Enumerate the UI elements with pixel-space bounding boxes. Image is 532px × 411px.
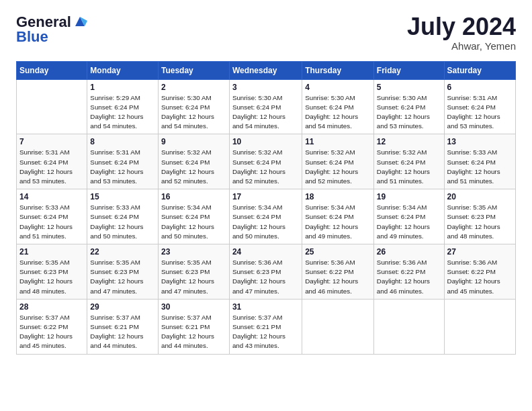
day-cell: 30Sunrise: 5:37 AM Sunset: 6:21 PM Dayli… [158,299,229,354]
day-number: 14 [19,192,84,201]
day-cell: 9Sunrise: 5:32 AM Sunset: 6:24 PM Daylig… [158,134,229,189]
week-row-1: 1Sunrise: 5:29 AM Sunset: 6:24 PM Daylig… [17,79,516,134]
logo-icon [73,14,87,29]
day-number: 29 [90,302,155,312]
day-info: Sunrise: 5:36 AM Sunset: 6:23 PM Dayligh… [232,258,299,296]
day-info: Sunrise: 5:33 AM Sunset: 6:24 PM Dayligh… [19,203,84,241]
day-cell: 13Sunrise: 5:33 AM Sunset: 6:24 PM Dayli… [444,134,515,189]
week-row-4: 21Sunrise: 5:35 AM Sunset: 6:23 PM Dayli… [17,244,516,300]
day-info: Sunrise: 5:30 AM Sunset: 6:24 PM Dayligh… [305,93,371,132]
day-cell: 12Sunrise: 5:32 AM Sunset: 6:24 PM Dayli… [373,134,444,189]
day-cell: 11Sunrise: 5:32 AM Sunset: 6:24 PM Dayli… [302,134,374,189]
col-header-thursday: Thursday [302,61,374,79]
day-cell: 27Sunrise: 5:36 AM Sunset: 6:22 PM Dayli… [444,244,515,300]
day-cell: 29Sunrise: 5:37 AM Sunset: 6:21 PM Dayli… [87,299,159,354]
day-cell: 17Sunrise: 5:34 AM Sunset: 6:24 PM Dayli… [229,189,302,244]
calendar-header-row: SundayMondayTuesdayWednesdayThursdayFrid… [17,61,516,79]
day-info: Sunrise: 5:37 AM Sunset: 6:21 PM Dayligh… [232,313,299,351]
day-info: Sunrise: 5:34 AM Sunset: 6:24 PM Dayligh… [161,203,226,241]
day-info: Sunrise: 5:32 AM Sunset: 6:24 PM Dayligh… [232,148,299,186]
day-info: Sunrise: 5:30 AM Sunset: 6:24 PM Dayligh… [232,93,299,132]
day-info: Sunrise: 5:37 AM Sunset: 6:22 PM Dayligh… [19,313,84,351]
day-cell: 1Sunrise: 5:29 AM Sunset: 6:24 PM Daylig… [87,79,159,134]
day-info: Sunrise: 5:32 AM Sunset: 6:24 PM Dayligh… [161,148,226,186]
title-block: July 2024 Ahwar, Yemen [407,13,516,52]
day-cell [302,299,374,354]
day-number: 19 [377,192,441,201]
day-info: Sunrise: 5:33 AM Sunset: 6:24 PM Dayligh… [90,203,155,241]
day-number: 11 [305,137,371,146]
day-number: 27 [447,247,513,257]
day-cell: 20Sunrise: 5:35 AM Sunset: 6:23 PM Dayli… [444,189,515,244]
week-row-2: 7Sunrise: 5:31 AM Sunset: 6:24 PM Daylig… [17,134,516,189]
day-info: Sunrise: 5:36 AM Sunset: 6:22 PM Dayligh… [447,258,513,296]
day-info: Sunrise: 5:37 AM Sunset: 6:21 PM Dayligh… [90,313,155,351]
day-info: Sunrise: 5:36 AM Sunset: 6:22 PM Dayligh… [305,258,371,296]
day-info: Sunrise: 5:36 AM Sunset: 6:22 PM Dayligh… [377,258,441,296]
day-cell: 26Sunrise: 5:36 AM Sunset: 6:22 PM Dayli… [373,244,444,300]
day-info: Sunrise: 5:31 AM Sunset: 6:24 PM Dayligh… [90,148,155,186]
col-header-tuesday: Tuesday [158,61,229,79]
day-number: 4 [305,83,371,92]
day-number: 22 [90,247,155,257]
day-number: 5 [377,83,441,92]
week-row-3: 14Sunrise: 5:33 AM Sunset: 6:24 PM Dayli… [17,189,516,244]
day-cell: 2Sunrise: 5:30 AM Sunset: 6:24 PM Daylig… [158,79,229,134]
col-header-wednesday: Wednesday [229,61,302,79]
day-number: 9 [161,137,226,146]
day-number: 26 [377,247,441,257]
day-info: Sunrise: 5:30 AM Sunset: 6:24 PM Dayligh… [377,93,441,132]
day-number: 12 [377,137,441,146]
day-cell: 19Sunrise: 5:34 AM Sunset: 6:24 PM Dayli… [373,189,444,244]
location-title: Ahwar, Yemen [407,40,516,52]
day-cell: 6Sunrise: 5:31 AM Sunset: 6:24 PM Daylig… [444,79,515,134]
day-cell: 23Sunrise: 5:35 AM Sunset: 6:23 PM Dayli… [158,244,229,300]
day-cell: 31Sunrise: 5:37 AM Sunset: 6:21 PM Dayli… [229,299,302,354]
day-cell: 28Sunrise: 5:37 AM Sunset: 6:22 PM Dayli… [17,299,87,354]
day-cell: 4Sunrise: 5:30 AM Sunset: 6:24 PM Daylig… [302,79,374,134]
day-cell: 22Sunrise: 5:35 AM Sunset: 6:23 PM Dayli… [87,244,159,300]
day-cell: 16Sunrise: 5:34 AM Sunset: 6:24 PM Dayli… [158,189,229,244]
day-cell: 5Sunrise: 5:30 AM Sunset: 6:24 PM Daylig… [373,79,444,134]
day-number: 7 [19,137,84,146]
week-row-5: 28Sunrise: 5:37 AM Sunset: 6:22 PM Dayli… [17,299,516,354]
day-cell: 15Sunrise: 5:33 AM Sunset: 6:24 PM Dayli… [87,189,159,244]
day-number: 30 [161,302,226,312]
day-number: 2 [161,83,226,92]
page-header: General Blue July 2024 Ahwar, Yemen [16,13,516,52]
month-title: July 2024 [407,13,516,40]
day-number: 6 [447,83,513,92]
day-info: Sunrise: 5:31 AM Sunset: 6:24 PM Dayligh… [447,93,513,132]
day-number: 1 [90,83,155,92]
day-cell [373,299,444,354]
day-cell: 3Sunrise: 5:30 AM Sunset: 6:24 PM Daylig… [229,79,302,134]
day-cell: 7Sunrise: 5:31 AM Sunset: 6:24 PM Daylig… [17,134,87,189]
day-cell: 25Sunrise: 5:36 AM Sunset: 6:22 PM Dayli… [302,244,374,300]
logo: General Blue [16,13,87,46]
day-cell [444,299,515,354]
day-number: 17 [232,192,299,201]
day-number: 18 [305,192,371,201]
day-cell: 21Sunrise: 5:35 AM Sunset: 6:23 PM Dayli… [17,244,87,300]
day-info: Sunrise: 5:29 AM Sunset: 6:24 PM Dayligh… [90,93,155,132]
day-number: 16 [161,192,226,201]
day-cell: 10Sunrise: 5:32 AM Sunset: 6:24 PM Dayli… [229,134,302,189]
day-number: 20 [447,192,513,201]
day-info: Sunrise: 5:35 AM Sunset: 6:23 PM Dayligh… [161,258,226,296]
day-info: Sunrise: 5:34 AM Sunset: 6:24 PM Dayligh… [305,203,371,241]
day-info: Sunrise: 5:34 AM Sunset: 6:24 PM Dayligh… [232,203,299,241]
day-info: Sunrise: 5:34 AM Sunset: 6:24 PM Dayligh… [377,203,441,241]
day-number: 25 [305,247,371,257]
col-header-saturday: Saturday [444,61,515,79]
col-header-sunday: Sunday [17,61,87,79]
day-cell: 18Sunrise: 5:34 AM Sunset: 6:24 PM Dayli… [302,189,374,244]
day-number: 15 [90,192,155,201]
calendar-table: SundayMondayTuesdayWednesdayThursdayFrid… [16,61,516,355]
day-number: 31 [232,302,299,312]
day-info: Sunrise: 5:32 AM Sunset: 6:24 PM Dayligh… [377,148,441,186]
day-number: 8 [90,137,155,146]
day-number: 24 [232,247,299,257]
day-cell: 24Sunrise: 5:36 AM Sunset: 6:23 PM Dayli… [229,244,302,300]
day-number: 23 [161,247,226,257]
day-cell [17,79,87,134]
